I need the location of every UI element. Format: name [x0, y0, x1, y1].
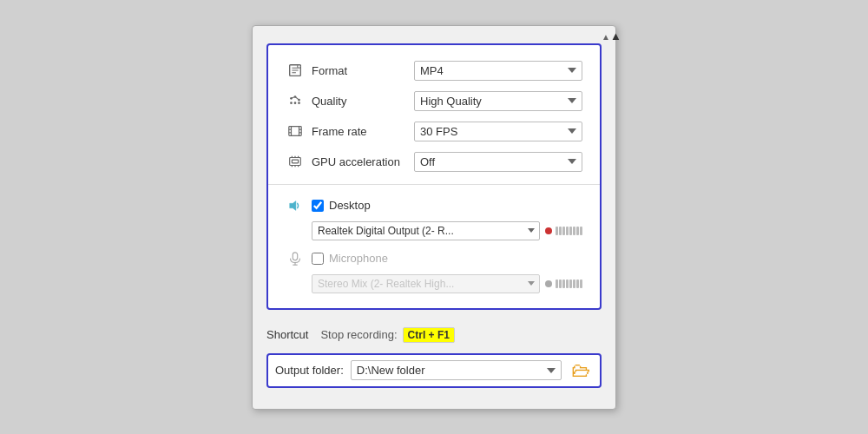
framerate-select[interactable]: 30 FPS	[414, 122, 582, 141]
section-divider	[268, 184, 600, 185]
vol-bar-6	[573, 227, 575, 235]
scrollbar-up[interactable]: ▲	[602, 30, 612, 47]
gpu-label: GPU acceleration	[312, 155, 407, 168]
gpu-icon	[286, 152, 305, 171]
quality-label: Quality	[312, 95, 407, 108]
mic-vol-bar-3	[562, 279, 565, 288]
shortcut-section: Shortcut Stop recording: Ctrl + F1	[253, 320, 615, 350]
vol-bar-4	[566, 227, 569, 235]
svg-point-9	[298, 102, 300, 104]
vol-bar-2	[559, 227, 562, 235]
svg-point-1	[298, 65, 301, 69]
framerate-row: Frame rate 30 FPS	[279, 116, 589, 147]
microphone-icon	[286, 249, 305, 268]
svg-rect-26	[293, 252, 297, 260]
output-folder-section: Output folder: D:\New folder 🗁	[266, 353, 602, 388]
microphone-checkbox[interactable]	[312, 253, 324, 265]
quality-select[interactable]: High Quality	[414, 91, 582, 111]
vol-bar-5	[569, 227, 572, 235]
microphone-volume-indicator	[545, 279, 582, 288]
format-select[interactable]: MP4	[414, 61, 582, 81]
desktop-label: Desktop	[329, 199, 371, 212]
svg-rect-17	[290, 158, 301, 166]
vol-bar-8	[580, 227, 582, 235]
main-settings-panel: Format MP4	[266, 43, 602, 310]
output-label: Output folder:	[275, 364, 344, 377]
quality-control: High Quality	[414, 91, 582, 111]
mic-vol-bar-5	[569, 279, 572, 288]
microphone-device-row: Stereo Mix (2- Realtek High...	[279, 273, 589, 298]
svg-line-6	[295, 97, 299, 101]
quality-icon	[286, 91, 305, 110]
desktop-checkbox-label[interactable]: Desktop	[312, 199, 371, 212]
mic-vol-bar-1	[556, 279, 558, 288]
format-row: Format MP4	[279, 56, 589, 86]
speaker-icon	[286, 196, 305, 215]
mic-vol-bars	[556, 279, 582, 288]
svg-point-8	[294, 102, 297, 104]
desktop-device-select[interactable]: Realtek Digital Output (2- R...	[312, 221, 540, 240]
desktop-volume-indicator	[545, 227, 582, 235]
mic-vol-bar-2	[559, 279, 562, 288]
shortcut-label: Shortcut	[266, 328, 308, 341]
framerate-label: Frame rate	[312, 125, 407, 138]
folder-icon: 🗁	[571, 359, 590, 382]
video-settings: Format MP4	[268, 52, 600, 181]
microphone-checkbox-label[interactable]: Microphone	[312, 252, 388, 265]
desktop-checkbox[interactable]	[312, 200, 324, 212]
settings-window: ▲ Format MP4	[252, 25, 616, 410]
svg-marker-25	[290, 201, 296, 210]
mic-vol-dot	[545, 280, 552, 287]
mic-vol-bar-4	[566, 279, 569, 288]
microphone-device-select[interactable]: Stereo Mix (2- Realtek High...	[312, 274, 540, 293]
mic-vol-bar-7	[576, 279, 579, 288]
microphone-audio-row: Microphone	[279, 245, 589, 273]
gpu-select[interactable]: Off	[414, 152, 582, 172]
framerate-control: 30 FPS	[414, 122, 582, 141]
vol-bar-1	[556, 227, 558, 235]
quality-row: Quality High Quality	[279, 86, 589, 116]
desktop-vol-bars	[556, 227, 582, 235]
framerate-icon	[286, 122, 305, 141]
format-icon	[286, 61, 305, 80]
format-label: Format	[312, 64, 407, 77]
microphone-label: Microphone	[329, 252, 388, 265]
output-path-select[interactable]: D:\New folder	[351, 360, 562, 380]
audio-settings: Desktop Realtek Digital Output (2- R...	[268, 188, 600, 301]
browse-folder-button[interactable]: 🗁	[569, 358, 593, 383]
svg-rect-18	[292, 160, 298, 163]
vol-bar-3	[562, 227, 565, 235]
shortcut-key: Ctrl + F1	[403, 327, 455, 343]
shortcut-action-label: Stop recording:	[320, 328, 397, 341]
desktop-vol-dot	[545, 227, 552, 234]
gpu-row: GPU acceleration Off	[279, 147, 589, 177]
mic-vol-bar-6	[573, 279, 575, 288]
svg-point-7	[290, 102, 293, 104]
format-control: MP4	[414, 61, 582, 81]
gpu-control: Off	[414, 152, 582, 172]
desktop-device-row: Realtek Digital Output (2- R...	[279, 220, 589, 245]
vol-bar-7	[576, 227, 579, 235]
desktop-audio-row: Desktop	[279, 192, 589, 220]
mic-vol-bar-8	[580, 279, 582, 288]
